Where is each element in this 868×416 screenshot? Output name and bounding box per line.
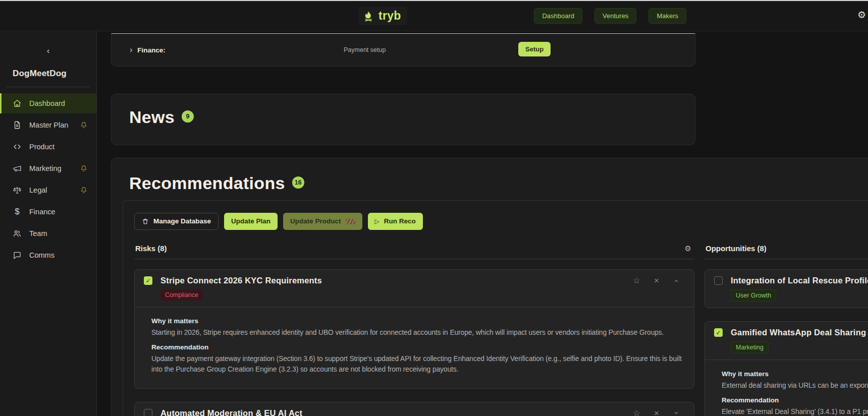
- app-name: tryb: [378, 9, 401, 23]
- card-checkbox-unchecked[interactable]: [714, 276, 723, 285]
- recommendations-toolbar: Manage Database Update Plan Update Produ…: [134, 213, 868, 230]
- why-it-matters-label: Why it matters: [151, 317, 682, 325]
- notification-bell-icon: [80, 186, 88, 194]
- finance-expand-chevron[interactable]: ›: [130, 45, 132, 54]
- recommendation-label: Recommendation: [722, 396, 868, 404]
- finance-row-description: Payment setup: [344, 46, 386, 53]
- megaphone-icon: [13, 164, 22, 173]
- sidebar-divider: [7, 87, 89, 87]
- news-title: News: [129, 107, 175, 127]
- app-logo[interactable]: tryb: [358, 7, 407, 25]
- sidebar-item-team[interactable]: Team: [0, 223, 96, 244]
- finance-row-card: › Finance: Payment setup Setup: [111, 33, 695, 67]
- risks-column-title: Risks (8): [135, 244, 167, 253]
- opportunity-card-rescue-profiles: Integration of Local Rescue Profiles ☆ ×: [704, 269, 868, 308]
- top-navigation: Dashboard Ventures Makers: [534, 8, 686, 24]
- chat-icon: [13, 251, 22, 260]
- update-product-button[interactable]: Update Product: [283, 213, 362, 230]
- sidebar-item-legal[interactable]: Legal: [0, 180, 96, 200]
- top-header: tryb Dashboard Ventures Makers ⚙: [0, 1, 868, 31]
- why-it-matters-text: External deal sharing via URLs can be an…: [722, 380, 868, 391]
- card-title: Integration of Local Rescue Profiles: [731, 276, 868, 285]
- sidebar-item-label: Comms: [29, 251, 55, 259]
- notification-bell-icon: [80, 121, 88, 129]
- sidebar-item-product[interactable]: Product: [0, 137, 96, 157]
- finance-row-label: Finance:: [137, 46, 166, 54]
- sidebar-collapse-button[interactable]: ‹: [38, 45, 59, 56]
- main-content: › Finance: Payment setup Setup News9 Rec…: [97, 31, 868, 416]
- opportunity-card-whatsapp-sharing: ✓ Gamified WhatsApp Deal Sharing ☆ ×: [704, 321, 868, 416]
- sidebar: ‹ DogMeetDog Dashboard Master Plan Produ…: [0, 31, 97, 416]
- play-icon: ▷: [375, 218, 379, 224]
- sidebar-item-label: Product: [29, 143, 55, 151]
- notification-bell-icon: [80, 164, 88, 172]
- category-tag: User Growth: [731, 289, 776, 302]
- project-title: DogMeetDog: [13, 69, 96, 79]
- sidebar-item-label: Master Plan: [29, 121, 68, 129]
- sidebar-item-comms[interactable]: Comms: [0, 245, 96, 265]
- card-title: Automated Moderation & EU AI Act: [160, 408, 302, 416]
- card-checkbox-unchecked[interactable]: [144, 409, 152, 416]
- star-icon[interactable]: ☆: [633, 276, 640, 285]
- risk-card-eu-ai-act: Automated Moderation & EU AI Act ☆ ×: [134, 402, 694, 416]
- sidebar-nav: Dashboard Master Plan Product Marketing …: [0, 93, 96, 265]
- chevron-up-icon[interactable]: [673, 277, 680, 284]
- category-tag: Marketing: [731, 341, 769, 353]
- scales-icon: [13, 186, 22, 195]
- sidebar-item-label: Marketing: [29, 164, 62, 172]
- card-title: Gamified WhatsApp Deal Sharing: [731, 328, 866, 337]
- risks-settings-gear-icon[interactable]: ⚙: [685, 245, 691, 252]
- hatch-stripes-icon: [346, 219, 355, 224]
- news-section: News9: [111, 94, 695, 145]
- close-icon[interactable]: ×: [654, 276, 659, 285]
- top-edge-divider: [0, 0, 868, 1]
- dollar-icon: $: [13, 207, 22, 217]
- document-icon: [13, 121, 22, 130]
- sidebar-item-label: Finance: [29, 208, 56, 216]
- recommendations-title: Recommendations: [129, 173, 285, 193]
- sidebar-item-label: Legal: [29, 186, 47, 194]
- why-it-matters-label: Why it matters: [722, 370, 868, 378]
- home-icon: [13, 99, 22, 108]
- recommendations-section: Recommendations16 Manage Database Update…: [111, 158, 868, 416]
- setup-button[interactable]: Setup: [518, 42, 551, 56]
- opportunities-column: Opportunities (8) ⚙ Integration of Local…: [704, 244, 868, 416]
- campfire-logo-icon: [362, 10, 374, 22]
- nav-makers-button[interactable]: Makers: [648, 8, 686, 24]
- why-it-matters-text: Starting in 2026, Stripe requires enhanc…: [151, 327, 682, 338]
- sidebar-item-master-plan[interactable]: Master Plan: [0, 115, 96, 135]
- sidebar-item-dashboard[interactable]: Dashboard: [0, 93, 96, 113]
- sidebar-item-label: Team: [29, 229, 47, 237]
- recommendation-text: Update the payment gateway integration (…: [151, 353, 682, 375]
- sidebar-item-marketing[interactable]: Marketing: [0, 158, 96, 179]
- settings-gear-icon[interactable]: ⚙: [857, 10, 866, 20]
- opportunities-column-title: Opportunities (8): [706, 244, 767, 253]
- recommendation-label: Recommendation: [151, 343, 682, 351]
- nav-ventures-button[interactable]: Ventures: [594, 8, 636, 24]
- sidebar-item-finance[interactable]: $ Finance: [0, 202, 96, 222]
- chevron-down-icon[interactable]: [673, 409, 680, 416]
- run-reco-button[interactable]: ▷ Run Reco: [368, 213, 423, 230]
- risk-card-stripe-kyc: ✓ Stripe Connect 2026 KYC Requirements ☆…: [134, 269, 694, 389]
- manage-database-button[interactable]: Manage Database: [134, 213, 219, 230]
- close-icon[interactable]: ×: [654, 409, 659, 416]
- news-count-badge: 9: [182, 110, 194, 123]
- category-tag: Compliance: [160, 289, 203, 301]
- risks-column: Risks (8) ⚙ ✓ Stripe Connect 2026 KYC Re…: [134, 244, 694, 416]
- card-checkbox-checked[interactable]: ✓: [144, 276, 152, 285]
- card-checkbox-checked[interactable]: ✓: [714, 328, 723, 337]
- recommendation-columns: Risks (8) ⚙ ✓ Stripe Connect 2026 KYC Re…: [134, 244, 868, 416]
- card-title: Stripe Connect 2026 KYC Requirements: [160, 276, 322, 285]
- recommendations-panel: Manage Database Update Plan Update Produ…: [123, 200, 868, 416]
- recommendations-count-badge: 16: [292, 176, 304, 189]
- people-icon: [13, 229, 22, 238]
- code-icon: [13, 142, 22, 151]
- trash-icon: [142, 218, 149, 225]
- nav-dashboard-button[interactable]: Dashboard: [534, 8, 582, 24]
- update-plan-button[interactable]: Update Plan: [224, 213, 278, 230]
- recommendation-text-line1: Elevate 'External Deal Sharing' (3.4.1) …: [722, 406, 868, 416]
- star-icon[interactable]: ☆: [633, 409, 640, 416]
- sidebar-item-label: Dashboard: [29, 99, 65, 107]
